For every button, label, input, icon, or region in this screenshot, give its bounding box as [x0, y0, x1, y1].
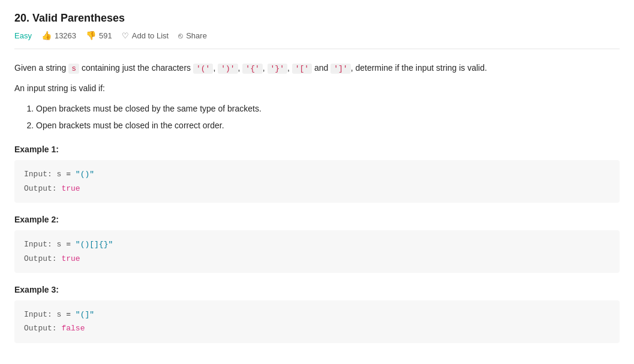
heart-icon: ♡ [122, 31, 129, 40]
examples-section: Example 1: Input: s = "()" Output: true … [14, 145, 620, 342]
share-icon: ⎋ [178, 31, 183, 40]
example-1-title: Example 1: [14, 145, 620, 154]
upvote-count: 👍 13263 [41, 31, 76, 40]
thumbs-up-icon: 👍 [41, 31, 52, 40]
example-1: Example 1: Input: s = "()" Output: true [14, 145, 620, 203]
example-3-title: Example 3: [14, 285, 620, 294]
meta-bar: Easy 👍 13263 👎 591 ♡ Add to List ⎋ Share [14, 31, 620, 49]
example-3: Example 3: Input: s = "(]" Output: false [14, 285, 620, 343]
intro-paragraph: Given a string s containing just the cha… [14, 61, 620, 76]
example-1-block: Input: s = "()" Output: true [14, 160, 620, 203]
example-3-input: Input: s = "(]" [24, 308, 610, 321]
example-2-title: Example 2: [14, 215, 620, 224]
example-2-input: Input: s = "()[]{}" [24, 237, 610, 251]
add-to-list-button[interactable]: ♡ Add to List [122, 31, 169, 40]
validity-intro: An input string is valid if: [14, 82, 620, 96]
example-3-output: Output: false [24, 321, 610, 335]
example-2-output: Output: true [24, 252, 610, 266]
share-button[interactable]: ⎋ Share [178, 31, 207, 40]
thumbs-down-icon: 👎 [86, 31, 96, 40]
rules-list: Open brackets must be closed by the same… [14, 102, 620, 133]
example-3-block: Input: s = "(]" Output: false [14, 300, 620, 343]
example-2-block: Input: s = "()[]{}" Output: true [14, 230, 620, 273]
problem-description: Given a string s containing just the cha… [14, 61, 620, 133]
difficulty-badge: Easy [14, 31, 32, 40]
example-2: Example 2: Input: s = "()[]{}" Output: t… [14, 215, 620, 273]
rule-1: Open brackets must be closed by the same… [36, 102, 620, 116]
example-1-input: Input: s = "()" [24, 167, 610, 181]
example-1-output: Output: true [24, 182, 610, 195]
downvote-count: 👎 591 [86, 31, 112, 40]
var-s-inline: s [68, 64, 79, 74]
rule-2: Open brackets must be closed in the corr… [36, 119, 620, 133]
page-title: 20. Valid Parentheses [14, 12, 620, 25]
